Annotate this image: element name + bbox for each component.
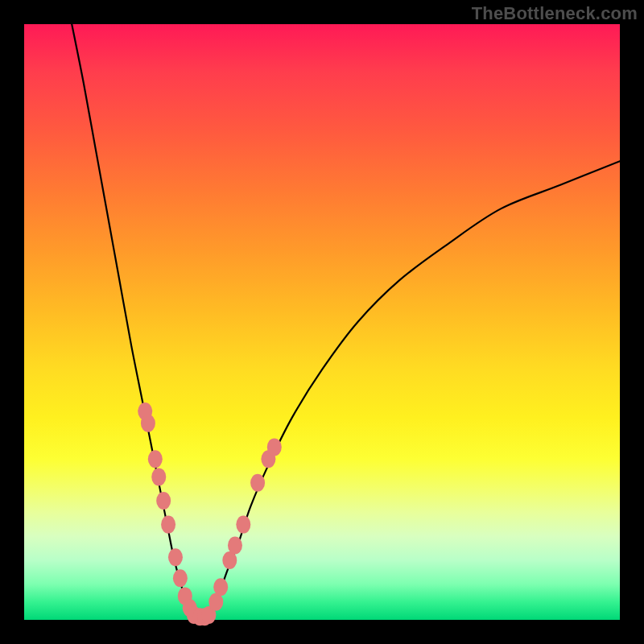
marker-dot (228, 537, 242, 555)
chart-frame: TheBottleneck.com (0, 0, 644, 644)
marker-dot (250, 474, 265, 492)
marker-dot (236, 516, 250, 534)
marker-layer (138, 402, 282, 625)
left-curve (72, 24, 194, 617)
marker-dot (156, 492, 171, 510)
plot-area (24, 24, 620, 620)
marker-dot (213, 578, 228, 596)
marker-dot (141, 415, 155, 432)
curve-layer (72, 24, 620, 617)
watermark-text: TheBottleneck.com (472, 3, 638, 24)
marker-dot (161, 516, 175, 534)
marker-dot (148, 450, 163, 468)
marker-dot (173, 569, 188, 587)
marker-dot (168, 548, 183, 566)
marker-dot (267, 438, 282, 456)
marker-dot (151, 468, 166, 485)
chart-svg (24, 24, 620, 620)
right-curve (208, 161, 620, 617)
